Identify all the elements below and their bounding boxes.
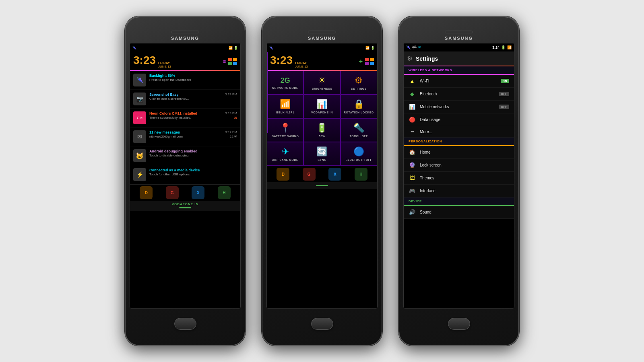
grid-icon[interactable] — [228, 58, 237, 65]
grid-cell-1 — [228, 58, 232, 61]
tile-settings[interactable]: ⚙ SETTINGS — [341, 71, 377, 95]
phone-1-header-icons: ≡ — [223, 58, 237, 65]
mobile-toggle[interactable]: OFF — [499, 105, 510, 109]
tile-battery-pct-label: 53% — [319, 135, 325, 138]
tile-battery-saving-icon: 📍 — [280, 123, 291, 133]
phone-2-home-button[interactable] — [311, 318, 333, 330]
settings-item-sound[interactable]: 🔊 Sound — [404, 206, 514, 219]
phone-2-top: SAMSUNG — [262, 21, 382, 43]
notif-item-backlight[interactable]: 🌂 Backlight: 50% Press to open the Dashb… — [130, 71, 240, 90]
app2-handle[interactable]: H — [355, 168, 367, 181]
settings-item-wifi[interactable]: ▲ Wi-Fi ON — [404, 75, 514, 88]
notif-item-screenshot[interactable]: 📷 Screenshot Easy Click to take a screen… — [130, 90, 240, 109]
tile-settings-label: SETTINGS — [351, 87, 367, 90]
data-usage-text: Data usage — [420, 117, 509, 122]
tile-wifi[interactable]: 📶 BELKIN.3F1 — [267, 95, 303, 118]
tile-vodafone-label: VODAFONE IN — [311, 111, 333, 114]
notif-screenshot-subtitle: Click to take a screenshot... — [149, 97, 222, 101]
app2-gmail[interactable]: G — [303, 168, 316, 181]
settings-item-data-usage[interactable]: 🔴 Data usage — [404, 113, 514, 126]
phone-3-bottom — [399, 309, 518, 339]
section-device: DEVICE — [404, 197, 514, 206]
settings-item-themes[interactable]: 🖼 Themes — [404, 172, 514, 185]
signal-icon-3: 📶 — [507, 45, 512, 49]
settings-item-more[interactable]: ••• More... — [404, 126, 514, 138]
sort-icon[interactable]: ≡ — [223, 59, 226, 64]
phone-3-top: SAMSUNG — [399, 21, 518, 43]
themes-icon: 🖼 — [409, 175, 416, 181]
themes-text: Themes — [420, 176, 509, 180]
tile-torch-label: TORCH OFF — [350, 135, 368, 138]
settings-item-home[interactable]: 🏠 Home — [404, 146, 514, 159]
notif-item-neon[interactable]: CM Neon Colors CM11 installed Theme succ… — [130, 109, 240, 128]
phone-2-screen: 🌂 📶 🔋 3:23 FRIDAY JUNE 13 + — [266, 43, 378, 309]
tile-rotation[interactable]: 🔒 ROTATION LOCKED — [341, 95, 377, 118]
tile-sync[interactable]: 🔄 SYNC — [303, 142, 340, 166]
phone-2-bottom — [262, 309, 382, 339]
notif-screenshot-title: Screenshot Easy — [149, 93, 222, 97]
bluetooth-toggle[interactable]: OFF — [499, 92, 510, 96]
app2-xda[interactable]: X — [328, 168, 341, 181]
sound-icon: 🔊 — [409, 209, 416, 215]
messages-icon: ✉ — [133, 130, 146, 143]
settings-item-bluetooth[interactable]: ◆ Bluetooth OFF — [404, 88, 514, 101]
phone-1-day: FRIDAY — [158, 61, 171, 65]
grid-icon-2[interactable] — [365, 58, 374, 65]
phone-1-brand: SAMSUNG — [171, 36, 199, 41]
phone-2-brand: SAMSUNG — [308, 36, 336, 41]
settings-item-interface[interactable]: 🎮 Interface — [404, 185, 514, 197]
notif-item-messages[interactable]: ✉ 11 new messages nitinvaid20@gmail.com … — [130, 128, 240, 146]
tile-wifi-label: BELKIN.3F1 — [276, 111, 294, 114]
badge-count: 12 — [230, 135, 233, 138]
phone-2-status-bar: 🌂 📶 🔋 — [267, 43, 377, 52]
notif-item-usb[interactable]: ⚡ Connected as a media device Touch for … — [130, 165, 240, 184]
tile-brightness-icon: ☀ — [318, 75, 326, 86]
phone-3-home-button[interactable] — [448, 318, 470, 330]
home-icon: 🏠 — [409, 149, 416, 155]
tile-battery-saving[interactable]: 📍 BATTERY SAVING — [267, 118, 303, 142]
tile-sync-label: SYNC — [318, 158, 326, 161]
phone-1-home-button[interactable] — [174, 318, 196, 330]
phone-2-header-icons: + — [359, 58, 374, 65]
app-dashboard[interactable]: D — [140, 186, 153, 199]
app2-dashboard[interactable]: D — [277, 168, 289, 181]
settings-gear-icon: ⚙ — [407, 55, 413, 62]
app-gmail[interactable]: G — [166, 186, 179, 199]
tile-battery-pct[interactable]: 🔋 53% — [303, 118, 340, 142]
settings-item-lockscreen[interactable]: 🔮 Lock screen — [404, 159, 514, 172]
settings-item-mobile-networks[interactable]: 📊 Mobile networks OFF — [404, 101, 514, 113]
app-handle[interactable]: H — [218, 186, 231, 199]
tile-rotation-label: ROTATION LOCKED — [344, 111, 374, 114]
tile-torch[interactable]: 🔦 TORCH OFF — [341, 118, 377, 142]
phone-2-bottom-bar — [267, 182, 377, 189]
tile-vodafone[interactable]: 📊 VODAFONE IN — [303, 95, 340, 118]
tile-brightness[interactable]: ☀ BRIGHTNESS — [303, 71, 340, 95]
flag-icon: 🏴 — [412, 45, 417, 49]
tile-bluetooth[interactable]: 🔵 BLUETOOTH OFF — [341, 142, 377, 166]
tile-settings-icon: ⚙ — [355, 75, 363, 86]
mobile-networks-icon: 📊 — [409, 104, 416, 110]
notif-item-debug[interactable]: 🐱 Android debugging enabled Touch to dis… — [130, 146, 240, 165]
grid-cell-2 — [233, 58, 237, 61]
tile-brightness-label: BRIGHTNESS — [312, 87, 332, 90]
phone-1-notification-list: 🌂 Backlight: 50% Press to open the Dashb… — [130, 71, 240, 184]
battery-icon-3: 🔋 — [501, 45, 506, 49]
lockscreen-text: Lock screen — [420, 163, 509, 167]
grid2-cell-2 — [370, 58, 374, 61]
phone-1-status-bar: 🌂 📶 🔋 — [130, 43, 240, 52]
tile-network-mode[interactable]: 2G NETWORK MODE — [267, 71, 303, 95]
plus-icon[interactable]: + — [359, 58, 363, 65]
phone-3-settings-list: WIRELESS & NETWORKS ▲ Wi-Fi ON ◆ Bluetoo… — [404, 66, 514, 219]
phone-1-top: SAMSUNG — [126, 21, 245, 43]
tile-airplane[interactable]: ✈ AIRPLANE MODE — [267, 142, 303, 166]
wifi-toggle[interactable]: ON — [501, 79, 510, 83]
phone-1-full-date: JUNE 13 — [158, 65, 171, 68]
purple-accent-bar — [267, 52, 268, 133]
notif-messages-badge: 12 ✉ — [230, 135, 237, 138]
settings-title: Settings — [416, 56, 438, 62]
phone-2-app-row: D G X H — [267, 166, 377, 182]
phone-1-bottom — [126, 309, 245, 339]
app-xda[interactable]: X — [192, 186, 204, 199]
more-icon: ••• — [409, 130, 416, 134]
tile-airplane-label: AIRPLANE MODE — [272, 158, 298, 161]
